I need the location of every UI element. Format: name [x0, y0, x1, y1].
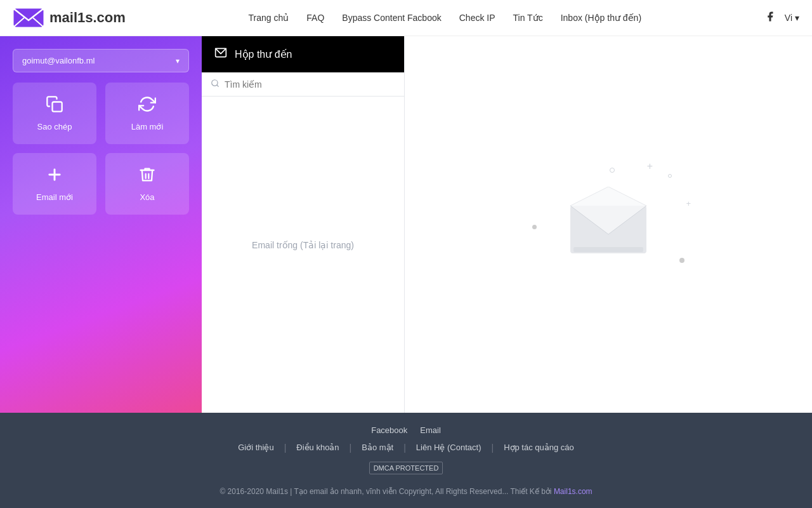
action-grid: Sao chép Làm mới — [13, 83, 189, 215]
nav-bypass[interactable]: Bypass Content Facbook — [342, 13, 441, 23]
header-right: Vi ▾ — [764, 11, 799, 25]
preview-panel: + + — [405, 36, 812, 413]
footer-lien-he[interactable]: Liên Hệ (Contact) — [416, 443, 481, 453]
footer-gioi-thieu[interactable]: Giới thiệu — [238, 443, 273, 453]
logo[interactable]: mail1s.com — [13, 6, 126, 29]
nav-trang-chu[interactable]: Trang chủ — [249, 13, 289, 23]
svg-rect-3 — [53, 102, 62, 112]
dmca-badge: DMCA PROTECTED — [369, 462, 443, 474]
footer-email-link[interactable]: Email — [420, 425, 441, 435]
inbox-header-icon — [214, 46, 227, 62]
envelope-svg — [567, 187, 650, 257]
refresh-icon — [138, 95, 156, 116]
lang-label: Vi — [785, 13, 792, 23]
envelope-area: + + — [513, 136, 704, 314]
search-bar — [202, 72, 404, 97]
sidebar: goimut@vailonfb.ml ▾ Sao chép — [0, 36, 202, 413]
dot-1 — [532, 225, 537, 229]
plus-icon-2: + — [686, 199, 691, 208]
footer-top-links: Facebook Email — [13, 425, 799, 435]
inbox-panel: Hộp thư đến Email trống (Tải lại trang) — [202, 36, 405, 413]
nav-inbox[interactable]: Inbox (Hộp thư đến) — [561, 13, 641, 23]
nav-tin-tuc[interactable]: Tin Tức — [513, 13, 543, 23]
delete-icon — [138, 166, 156, 186]
footer-divider-4: | — [492, 443, 494, 453]
dot-circle-2 — [668, 174, 672, 178]
language-selector[interactable]: Vi ▾ — [785, 13, 799, 23]
delete-label: Xóa — [140, 192, 154, 202]
refresh-label: Làm mới — [131, 122, 164, 131]
logo-icon — [13, 6, 44, 29]
new-email-button[interactable]: Email mới — [13, 153, 96, 215]
header: mail1s.com Trang chủ FAQ Bypass Content … — [0, 0, 812, 36]
main-layout: goimut@vailonfb.ml ▾ Sao chép — [0, 36, 812, 413]
footer-bao-mat[interactable]: Bảo mật — [362, 443, 393, 453]
svg-line-8 — [217, 85, 219, 87]
plus-icon-1: + — [647, 161, 653, 171]
new-email-icon — [46, 166, 63, 186]
inbox-header: Hộp thư đến — [202, 36, 404, 72]
new-email-label: Email mới — [36, 192, 73, 202]
copyright-text: © 2016-2020 Mail1s | Tạo email ảo nhanh,… — [219, 487, 551, 496]
footer-mid-links: Giới thiệu | Điều khoản | Bảo mật | Liên… — [13, 443, 799, 453]
footer-divider-2: | — [350, 443, 352, 453]
copyright-link[interactable]: Mail1s.com — [554, 487, 593, 496]
delete-button[interactable]: Xóa — [105, 153, 189, 215]
footer-divider-3: | — [403, 443, 406, 453]
email-empty-area: Email trống (Tải lại trang) — [202, 97, 404, 413]
footer: Facebook Email Giới thiệu | Điều khoản |… — [0, 413, 812, 508]
dot-2 — [679, 258, 684, 263]
inbox-title: Hộp thư đến — [235, 48, 292, 60]
svg-rect-10 — [573, 247, 643, 252]
main-nav: Trang chủ FAQ Bypass Content Facbook Che… — [126, 13, 764, 23]
nav-check-ip[interactable]: Check IP — [459, 13, 495, 23]
nav-faq[interactable]: FAQ — [306, 13, 324, 23]
footer-copyright: © 2016-2020 Mail1s | Tạo email ảo nhanh,… — [13, 487, 799, 496]
copy-icon — [46, 95, 63, 116]
facebook-icon[interactable] — [764, 11, 776, 25]
email-chevron-icon: ▾ — [176, 57, 180, 65]
copy-button[interactable]: Sao chép — [13, 83, 96, 144]
refresh-button[interactable]: Làm mới — [105, 83, 189, 144]
dmca-area: DMCA PROTECTED — [13, 462, 799, 481]
footer-hop-tac[interactable]: Hợp tác quảng cáo — [504, 443, 574, 453]
footer-divider-1: | — [284, 443, 287, 453]
footer-facebook-link[interactable]: Facebook — [371, 425, 407, 435]
empty-text: Email trống (Tải lại trang) — [252, 240, 354, 250]
footer-dieu-khoan[interactable]: Điều khoản — [296, 443, 339, 453]
dot-circle-1 — [610, 168, 615, 173]
search-icon — [211, 79, 219, 90]
selected-email: goimut@vailonfb.ml — [22, 56, 95, 65]
email-selector[interactable]: goimut@vailonfb.ml ▾ — [13, 49, 189, 72]
search-input[interactable] — [225, 79, 395, 90]
copy-label: Sao chép — [37, 122, 72, 131]
logo-text: mail1s.com — [49, 10, 126, 26]
lang-chevron-icon: ▾ — [795, 13, 799, 23]
